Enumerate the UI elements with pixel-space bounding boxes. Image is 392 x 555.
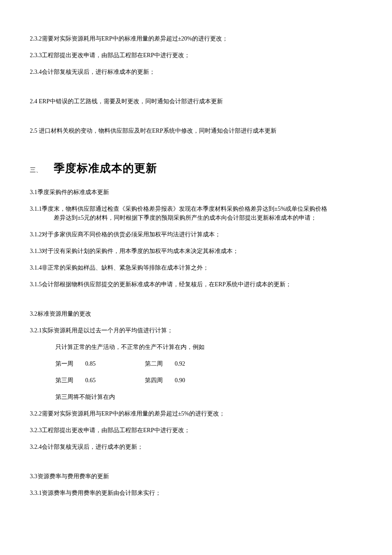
- week3-value: 0.65: [85, 376, 145, 385]
- section-3-heading: 三、 季度标准成本的更新: [30, 160, 362, 177]
- item-3-1-4: 3.1.4非正常的采购如样品、缺料、紧急采购等排除在成本计算之外；: [30, 263, 362, 272]
- week2-label: 第二周: [145, 359, 175, 368]
- item-3-2-2: 3.2.2需要对实际资源耗用与ERP中的标准用量的差异超过±5%的进行更改；: [30, 409, 362, 418]
- week4-value: 0.90: [175, 376, 200, 385]
- week4-label: 第四周: [145, 376, 175, 385]
- item-2-4: 2.4 ERP中错误的工艺路线，需要及时更改，同时通知会计部进行成本更新: [30, 97, 362, 106]
- item-3-2-1-exclude: 第三周将不能计算在内: [30, 392, 362, 401]
- week1-value: 0.85: [85, 359, 145, 368]
- section-3-number: 三、: [30, 166, 42, 174]
- item-3-3: 3.3资源费率与费用费率的更新: [30, 472, 362, 481]
- item-3-1: 3.1季度采购件的标准成本更新: [30, 188, 362, 197]
- item-3-1-5: 3.1.5会计部根据物料供应部提交的更新标准成本的申请，经复核后，在ERP系统中…: [30, 280, 362, 289]
- item-3-1-1-line1: 3.1.1季度末，物料供应部通过检查《采购价格差异报表》发现在本季度材料采购价格…: [30, 204, 362, 213]
- week2-value: 0.92: [175, 359, 200, 368]
- item-3-2-1: 3.2.1实际资源耗用是以过去一个月的平均值进行计算；: [30, 326, 362, 335]
- item-3-2-3: 3.2.3工程部提出更改申请，由部品工程部在ERP中进行更改；: [30, 426, 362, 435]
- section-3-title: 季度标准成本的更新: [54, 160, 157, 177]
- item-3-1-3: 3.1.3对于没有采购计划的采购件，用本季度的加权平均成本来决定其标准成本；: [30, 247, 362, 256]
- week3-label: 第三周: [55, 376, 85, 385]
- week1-label: 第一周: [55, 359, 85, 368]
- week-row-2: 第三周 0.65 第四周 0.90: [30, 376, 362, 385]
- item-3-1-2: 3.1.2对于多家供应商不同价格的供货必须采用加权平均法进行计算成本；: [30, 230, 362, 239]
- item-3-1-1-line2: 差异达到±5元的材料，同时根据下季度的预期采购所产生的成本向会计部提出更新标准成…: [30, 213, 362, 222]
- item-2-3-2: 2.3.2需要对实际资源耗用与ERP中的标准用量的差异超过±20%的进行更改；: [30, 34, 362, 43]
- item-3-2: 3.2标准资源用量的更改: [30, 309, 362, 318]
- item-3-3-1: 3.3.1资源费率与费用费率的更新由会计部来实行；: [30, 488, 362, 497]
- item-2-5: 2.5 进口材料关税的变动，物料供应部应及时在ERP系统中修改，同时通知会计部进…: [30, 126, 362, 135]
- item-3-2-4: 3.2.4会计部复核无误后，进行成本的更新；: [30, 442, 362, 451]
- item-3-2-1-note: 只计算正常的生产活动，不正常的生产不计算在内，例如: [30, 343, 362, 352]
- week-row-1: 第一周 0.85 第二周 0.92: [30, 359, 362, 368]
- item-2-3-3: 2.3.3工程部提出更改申请，由部品工程部在ERP中进行更改；: [30, 51, 362, 60]
- item-2-3-4: 2.3.4会计部复核无误后，进行标准成本的更新；: [30, 67, 362, 76]
